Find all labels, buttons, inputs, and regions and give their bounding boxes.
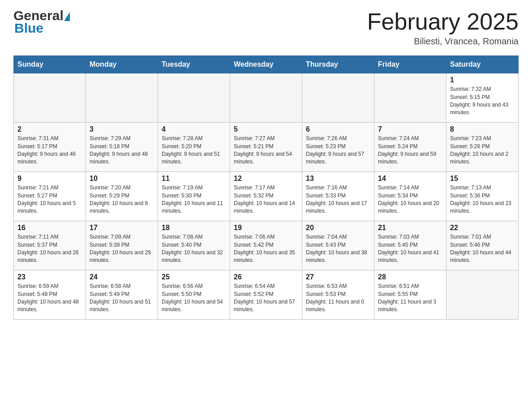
weekday-header-sunday: Sunday	[14, 56, 86, 73]
calendar-week-row: 1Sunrise: 7:32 AM Sunset: 5:15 PM Daylig…	[14, 73, 519, 123]
day-info: Sunrise: 7:21 AM Sunset: 5:27 PM Dayligh…	[17, 184, 82, 215]
calendar-cell: 17Sunrise: 7:09 AM Sunset: 5:39 PM Dayli…	[86, 221, 158, 270]
calendar-cell	[302, 73, 374, 123]
calendar-cell: 26Sunrise: 6:54 AM Sunset: 5:52 PM Dayli…	[230, 270, 302, 320]
calendar-cell: 16Sunrise: 7:11 AM Sunset: 5:37 PM Dayli…	[14, 221, 86, 270]
day-info: Sunrise: 7:27 AM Sunset: 5:21 PM Dayligh…	[234, 135, 298, 166]
calendar-cell: 7Sunrise: 7:24 AM Sunset: 5:24 PM Daylig…	[374, 123, 446, 172]
calendar-cell: 12Sunrise: 7:17 AM Sunset: 5:32 PM Dayli…	[230, 172, 302, 221]
calendar-cell	[86, 73, 158, 123]
day-info: Sunrise: 6:54 AM Sunset: 5:52 PM Dayligh…	[234, 283, 298, 314]
day-info: Sunrise: 7:32 AM Sunset: 5:15 PM Dayligh…	[450, 86, 515, 117]
calendar-cell: 3Sunrise: 7:29 AM Sunset: 5:18 PM Daylig…	[86, 123, 158, 172]
day-info: Sunrise: 7:17 AM Sunset: 5:32 PM Dayligh…	[234, 184, 298, 215]
day-number: 9	[17, 175, 82, 183]
day-info: Sunrise: 7:09 AM Sunset: 5:39 PM Dayligh…	[90, 233, 154, 265]
day-number: 17	[90, 224, 154, 232]
weekday-header-friday: Friday	[374, 56, 446, 73]
day-number: 23	[17, 273, 82, 281]
weekday-header-monday: Monday	[86, 56, 158, 73]
day-number: 28	[378, 273, 442, 281]
day-info: Sunrise: 7:19 AM Sunset: 5:30 PM Dayligh…	[162, 184, 226, 215]
day-number: 18	[162, 224, 226, 232]
day-number: 27	[306, 273, 370, 281]
calendar-cell: 14Sunrise: 7:14 AM Sunset: 5:34 PM Dayli…	[374, 172, 446, 221]
day-info: Sunrise: 6:59 AM Sunset: 5:48 PM Dayligh…	[17, 283, 82, 314]
logo-arrow-icon	[64, 12, 70, 21]
calendar-cell: 10Sunrise: 7:20 AM Sunset: 5:29 PM Dayli…	[86, 172, 158, 221]
weekday-header-saturday: Saturday	[446, 56, 519, 73]
day-info: Sunrise: 7:14 AM Sunset: 5:34 PM Dayligh…	[378, 184, 442, 215]
day-info: Sunrise: 7:20 AM Sunset: 5:29 PM Dayligh…	[90, 184, 154, 215]
day-info: Sunrise: 7:06 AM Sunset: 5:42 PM Dayligh…	[234, 233, 298, 265]
day-number: 21	[378, 224, 442, 232]
calendar-cell: 24Sunrise: 6:58 AM Sunset: 5:49 PM Dayli…	[86, 270, 158, 320]
day-number: 15	[450, 175, 515, 183]
day-info: Sunrise: 7:11 AM Sunset: 5:37 PM Dayligh…	[17, 233, 82, 265]
calendar-cell: 27Sunrise: 6:53 AM Sunset: 5:53 PM Dayli…	[302, 270, 374, 320]
weekday-header-row: SundayMondayTuesdayWednesdayThursdayFrid…	[14, 56, 519, 73]
day-number: 6	[306, 125, 370, 133]
day-info: Sunrise: 7:26 AM Sunset: 5:23 PM Dayligh…	[306, 135, 370, 166]
calendar-cell: 23Sunrise: 6:59 AM Sunset: 5:48 PM Dayli…	[14, 270, 86, 320]
day-info: Sunrise: 7:31 AM Sunset: 5:17 PM Dayligh…	[17, 135, 82, 166]
calendar-cell	[446, 270, 519, 320]
day-number: 19	[234, 224, 298, 232]
calendar-cell	[374, 73, 446, 123]
month-title: February 2025	[367, 9, 519, 34]
calendar-cell	[230, 73, 302, 123]
day-number: 20	[306, 224, 370, 232]
day-number: 1	[450, 76, 515, 84]
day-info: Sunrise: 6:51 AM Sunset: 5:55 PM Dayligh…	[378, 283, 442, 314]
weekday-header-thursday: Thursday	[302, 56, 374, 73]
day-info: Sunrise: 7:28 AM Sunset: 5:20 PM Dayligh…	[162, 135, 226, 166]
calendar-cell: 22Sunrise: 7:01 AM Sunset: 5:46 PM Dayli…	[446, 221, 519, 270]
logo-blue-text: Blue	[14, 21, 43, 35]
page-header: General Blue February 2025 Biliesti, Vra…	[13, 9, 519, 47]
day-number: 2	[17, 125, 82, 133]
calendar-cell	[14, 73, 86, 123]
day-number: 12	[234, 175, 298, 183]
day-number: 16	[17, 224, 82, 232]
location-text: Biliesti, Vrancea, Romania	[367, 36, 519, 47]
calendar-week-row: 23Sunrise: 6:59 AM Sunset: 5:48 PM Dayli…	[14, 270, 519, 320]
calendar-cell: 28Sunrise: 6:51 AM Sunset: 5:55 PM Dayli…	[374, 270, 446, 320]
calendar-cell: 6Sunrise: 7:26 AM Sunset: 5:23 PM Daylig…	[302, 123, 374, 172]
calendar-cell: 2Sunrise: 7:31 AM Sunset: 5:17 PM Daylig…	[14, 123, 86, 172]
day-info: Sunrise: 7:23 AM Sunset: 5:26 PM Dayligh…	[450, 135, 515, 166]
day-info: Sunrise: 7:03 AM Sunset: 5:45 PM Dayligh…	[378, 233, 442, 265]
day-number: 14	[378, 175, 442, 183]
day-info: Sunrise: 7:01 AM Sunset: 5:46 PM Dayligh…	[450, 233, 515, 265]
calendar-cell: 5Sunrise: 7:27 AM Sunset: 5:21 PM Daylig…	[230, 123, 302, 172]
calendar-cell: 20Sunrise: 7:04 AM Sunset: 5:43 PM Dayli…	[302, 221, 374, 270]
calendar-week-row: 2Sunrise: 7:31 AM Sunset: 5:17 PM Daylig…	[14, 123, 519, 172]
day-info: Sunrise: 7:24 AM Sunset: 5:24 PM Dayligh…	[378, 135, 442, 166]
calendar-cell: 21Sunrise: 7:03 AM Sunset: 5:45 PM Dayli…	[374, 221, 446, 270]
day-number: 11	[162, 175, 226, 183]
calendar-cell: 4Sunrise: 7:28 AM Sunset: 5:20 PM Daylig…	[158, 123, 230, 172]
day-info: Sunrise: 7:04 AM Sunset: 5:43 PM Dayligh…	[306, 233, 370, 265]
day-info: Sunrise: 7:16 AM Sunset: 5:33 PM Dayligh…	[306, 184, 370, 215]
weekday-header-wednesday: Wednesday	[230, 56, 302, 73]
calendar-table: SundayMondayTuesdayWednesdayThursdayFrid…	[13, 56, 519, 320]
day-info: Sunrise: 6:56 AM Sunset: 5:50 PM Dayligh…	[162, 283, 226, 314]
calendar-cell: 13Sunrise: 7:16 AM Sunset: 5:33 PM Dayli…	[302, 172, 374, 221]
calendar-cell: 11Sunrise: 7:19 AM Sunset: 5:30 PM Dayli…	[158, 172, 230, 221]
day-info: Sunrise: 7:13 AM Sunset: 5:36 PM Dayligh…	[450, 184, 515, 215]
day-number: 24	[90, 273, 154, 281]
day-number: 10	[90, 175, 154, 183]
day-number: 7	[378, 125, 442, 133]
day-info: Sunrise: 7:29 AM Sunset: 5:18 PM Dayligh…	[90, 135, 154, 166]
day-number: 22	[450, 224, 515, 232]
calendar-week-row: 16Sunrise: 7:11 AM Sunset: 5:37 PM Dayli…	[14, 221, 519, 270]
calendar-cell: 1Sunrise: 7:32 AM Sunset: 5:15 PM Daylig…	[446, 73, 519, 123]
day-number: 5	[234, 125, 298, 133]
calendar-cell	[158, 73, 230, 123]
day-number: 4	[162, 125, 226, 133]
calendar-cell: 15Sunrise: 7:13 AM Sunset: 5:36 PM Dayli…	[446, 172, 519, 221]
calendar-cell: 9Sunrise: 7:21 AM Sunset: 5:27 PM Daylig…	[14, 172, 86, 221]
day-info: Sunrise: 7:08 AM Sunset: 5:40 PM Dayligh…	[162, 233, 226, 265]
day-info: Sunrise: 6:58 AM Sunset: 5:49 PM Dayligh…	[90, 283, 154, 314]
day-number: 26	[234, 273, 298, 281]
logo: General Blue	[13, 9, 70, 35]
